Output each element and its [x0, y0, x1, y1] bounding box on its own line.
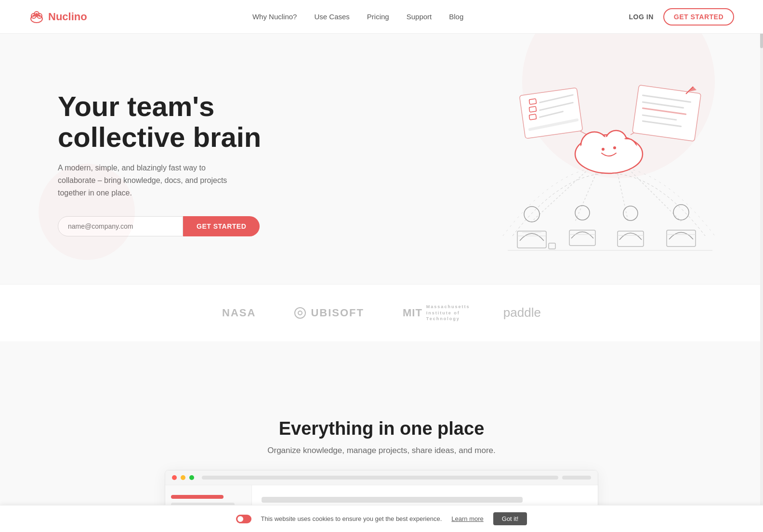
logo-mit: MIT MassachusettsInstitute ofTechnology — [403, 304, 465, 322]
svg-point-37 — [602, 148, 605, 151]
svg-line-10 — [623, 164, 681, 221]
window-dot-red — [172, 475, 177, 480]
window-dot-green — [189, 475, 194, 480]
everything-subtitle: Organize knowledge, manage projects, sha… — [19, 446, 744, 455]
logos-section: NASA UBISOFT MIT MassachusettsInstitute … — [0, 284, 763, 341]
nav-why-nuclino[interactable]: Why Nuclino? — [252, 13, 297, 21]
cookie-toggle[interactable] — [236, 515, 251, 523]
header-actions: LOG IN GET STARTED — [629, 8, 734, 26]
nav-pricing[interactable]: Pricing — [367, 13, 389, 21]
svg-point-47 — [623, 206, 638, 221]
nav-support[interactable]: Support — [407, 13, 432, 21]
hero-section: Your team's collective brain A modern, s… — [0, 34, 763, 284]
action-bar — [562, 476, 591, 480]
header: Nuclino Why Nuclino? Use Cases Pricing S… — [0, 0, 763, 34]
scrollbar-track — [760, 0, 763, 532]
sidebar-line-active — [171, 495, 224, 499]
svg-rect-21 — [632, 85, 701, 141]
cookie-learn-more[interactable]: Learn more — [451, 515, 483, 522]
svg-point-38 — [613, 146, 616, 149]
svg-point-44 — [575, 206, 590, 220]
window-dot-yellow — [181, 475, 185, 480]
svg-point-39 — [524, 207, 539, 222]
hero-subtitle: A modern, simple, and blazingly fast way… — [58, 162, 241, 199]
hero-illustration — [493, 72, 724, 255]
hero-title: Your team's collective brain — [58, 91, 261, 153]
logo-nasa: NASA — [222, 307, 256, 319]
cookie-banner: This website uses cookies to ensure you … — [0, 505, 763, 532]
svg-point-6 — [39, 15, 40, 17]
logo-ubisoft: UBISOFT — [294, 307, 364, 319]
everything-title: Everything in one place — [19, 418, 744, 439]
content-title — [262, 497, 523, 503]
hero-cta-button[interactable]: GET STARTED — [183, 216, 260, 236]
logo-paddle: paddle — [503, 305, 541, 320]
svg-line-8 — [575, 166, 599, 221]
svg-point-36 — [619, 141, 635, 156]
nav-use-cases[interactable]: Use Cases — [314, 13, 349, 21]
logo-icon — [29, 9, 44, 25]
main-nav: Why Nuclino? Use Cases Pricing Support B… — [252, 13, 463, 21]
illustration-svg — [493, 72, 724, 255]
svg-rect-45 — [569, 230, 595, 246]
mit-full-name: MassachusettsInstitute ofTechnology — [426, 304, 465, 322]
login-button[interactable]: LOG IN — [629, 13, 654, 21]
logo[interactable]: Nuclino — [29, 9, 87, 25]
svg-point-4 — [36, 13, 38, 15]
svg-rect-43 — [549, 243, 555, 249]
email-input[interactable] — [58, 216, 183, 236]
cookie-message: This website uses cookies to ensure you … — [261, 515, 442, 522]
spacer — [0, 341, 763, 389]
app-preview-titlebar — [165, 470, 598, 485]
url-bar — [202, 476, 558, 480]
hero-form: GET STARTED — [58, 216, 261, 236]
header-get-started-button[interactable]: GET STARTED — [663, 8, 734, 26]
svg-point-5 — [33, 15, 35, 17]
nav-blog[interactable]: Blog — [449, 13, 463, 21]
hero-content: Your team's collective brain A modern, s… — [58, 91, 261, 236]
svg-rect-48 — [618, 231, 644, 247]
cookie-got-it-button[interactable]: Got it! — [493, 512, 527, 525]
svg-line-7 — [532, 164, 594, 221]
svg-point-50 — [673, 205, 689, 220]
brand-name: Nuclino — [48, 11, 87, 23]
ubisoft-icon — [294, 307, 306, 319]
